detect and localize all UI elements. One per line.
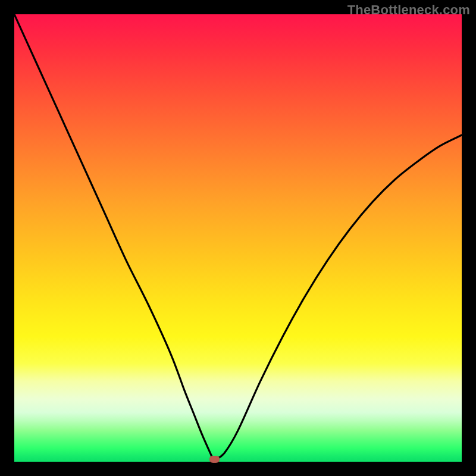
curve-svg — [14, 14, 462, 462]
watermark-text: TheBottleneck.com — [347, 2, 470, 18]
optimum-marker — [209, 456, 220, 463]
bottleneck-curve — [14, 14, 462, 460]
plot-area — [14, 14, 462, 462]
chart-frame: TheBottleneck.com — [0, 0, 476, 476]
